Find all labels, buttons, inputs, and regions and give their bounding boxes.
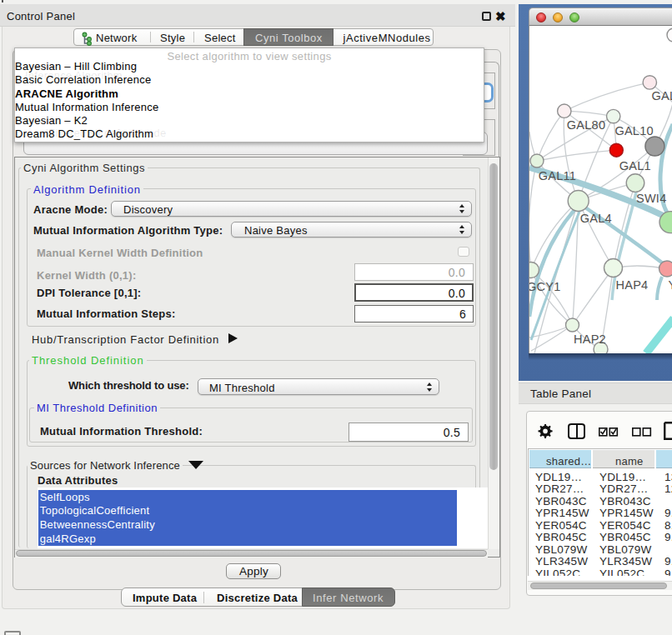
svg-text:GAL11: GAL11 xyxy=(539,169,576,182)
svg-text:GAL1: GAL1 xyxy=(619,159,651,172)
svg-text:GAL7: GAL7 xyxy=(652,89,672,102)
svg-text:GAL4: GAL4 xyxy=(580,212,612,225)
svg-text:SWI4: SWI4 xyxy=(636,192,666,205)
svg-text:HAP2: HAP2 xyxy=(574,332,606,346)
svg-text:HAP4: HAP4 xyxy=(616,278,649,292)
svg-text:GAL10: GAL10 xyxy=(614,124,653,138)
svg-text:GCY1: GCY1 xyxy=(529,280,561,293)
svg-text:GAL80: GAL80 xyxy=(567,118,605,132)
svg-text:Y: Y xyxy=(669,278,672,292)
